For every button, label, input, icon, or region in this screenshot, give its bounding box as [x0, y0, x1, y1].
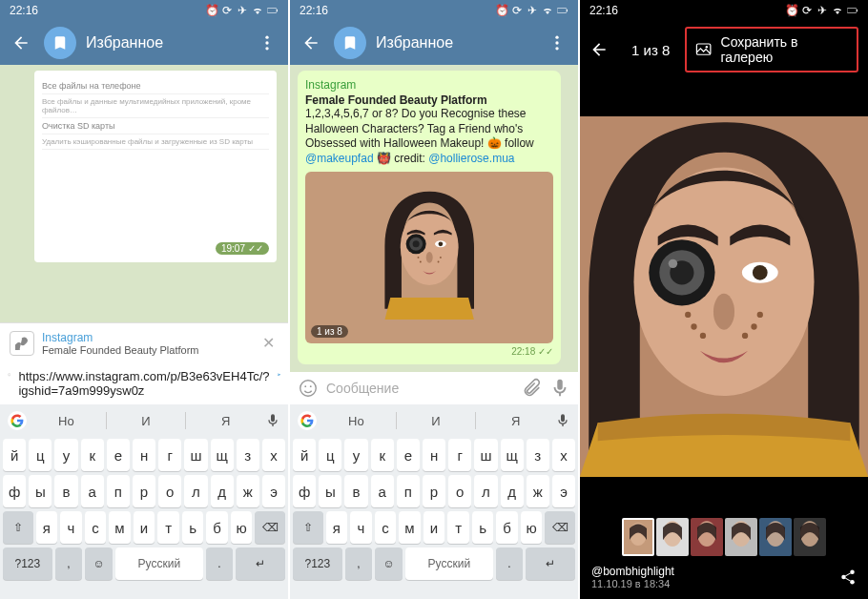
key-letter[interactable]: э: [552, 475, 575, 507]
key-letter[interactable]: п: [107, 475, 130, 507]
key-emoji[interactable]: ☺: [85, 547, 113, 580]
mic-icon[interactable]: [265, 413, 280, 428]
suggestion[interactable]: И: [114, 414, 178, 428]
thumbnail[interactable]: [759, 518, 792, 556]
mention-link[interactable]: @makeupfad: [305, 152, 374, 165]
key-letter[interactable]: у: [344, 439, 367, 471]
key-letter[interactable]: и: [134, 511, 155, 544]
saved-avatar[interactable]: [334, 27, 366, 59]
emoji-icon[interactable]: [8, 373, 10, 394]
suggestion[interactable]: И: [404, 414, 468, 428]
attach-icon[interactable]: [521, 378, 542, 399]
key-comma[interactable]: ,: [345, 547, 373, 580]
chat-title[interactable]: Избранное: [86, 34, 258, 52]
more-icon[interactable]: [548, 33, 567, 52]
key-letter[interactable]: ь: [182, 511, 204, 544]
save-to-gallery-button[interactable]: Сохранить в галерею: [685, 27, 858, 72]
key-letter[interactable]: к: [81, 439, 104, 471]
key-backspace[interactable]: ⌫: [255, 511, 285, 544]
key-letter[interactable]: а: [81, 475, 104, 507]
message-image[interactable]: 1 из 8: [305, 172, 553, 343]
key-letter[interactable]: е: [107, 439, 130, 471]
key-letter[interactable]: п: [397, 475, 420, 507]
key-letter[interactable]: и: [424, 511, 445, 544]
key-letter[interactable]: д: [501, 475, 524, 507]
key-letter[interactable]: б: [206, 511, 228, 544]
key-dot[interactable]: .: [496, 547, 524, 580]
key-letter[interactable]: б: [496, 511, 518, 544]
saved-avatar[interactable]: [44, 27, 76, 59]
key-letter[interactable]: с: [85, 511, 107, 544]
key-letter[interactable]: ш: [474, 439, 497, 471]
key-letter[interactable]: й: [3, 439, 26, 471]
send-icon[interactable]: [278, 373, 280, 394]
message-input[interactable]: https://www.instagram.com/p/B3e63vEH4Tc/…: [18, 369, 269, 399]
key-letter[interactable]: х: [262, 439, 285, 471]
emoji-icon[interactable]: [298, 378, 319, 399]
key-letter[interactable]: я: [36, 511, 58, 544]
key-letter[interactable]: ц: [319, 439, 341, 471]
key-letter[interactable]: ж: [237, 475, 259, 507]
key-letter[interactable]: ж: [527, 475, 549, 507]
key-comma[interactable]: ,: [55, 547, 83, 580]
key-shift[interactable]: ⇧: [3, 511, 33, 544]
thumbnail[interactable]: [794, 518, 826, 556]
key-letter[interactable]: м: [109, 511, 131, 544]
key-letter[interactable]: ь: [472, 511, 494, 544]
thumbnail[interactable]: [725, 518, 757, 556]
key-symbols[interactable]: ?123: [3, 547, 52, 580]
key-letter[interactable]: л: [474, 475, 497, 507]
message-screenshot-preview[interactable]: Все файлы на телефоне Все файлы и данные…: [34, 71, 277, 262]
key-backspace[interactable]: ⌫: [545, 511, 575, 544]
key-letter[interactable]: г: [448, 439, 471, 471]
author-handle[interactable]: @bombhighlight: [591, 565, 674, 578]
message-bubble[interactable]: Instagram Female Founded Beauty Platform…: [298, 71, 561, 364]
mention-link[interactable]: @hollierose.mua: [428, 152, 514, 165]
key-letter[interactable]: т: [447, 511, 469, 544]
key-letter[interactable]: у: [54, 439, 77, 471]
key-letter[interactable]: ы: [29, 475, 52, 507]
more-icon[interactable]: [258, 33, 277, 52]
key-space[interactable]: Русский: [405, 547, 493, 580]
key-letter[interactable]: щ: [501, 439, 524, 471]
key-letter[interactable]: о: [158, 475, 181, 507]
chat-body[interactable]: Instagram Female Founded Beauty Platform…: [290, 65, 578, 372]
suggestion[interactable]: Я: [484, 414, 548, 428]
key-letter[interactable]: д: [211, 475, 234, 507]
suggestion[interactable]: Я: [194, 414, 258, 428]
key-dot[interactable]: .: [206, 547, 234, 580]
key-letter[interactable]: ф: [3, 475, 26, 507]
key-letter[interactable]: г: [158, 439, 181, 471]
key-letter[interactable]: з: [237, 439, 259, 471]
message-input[interactable]: Сообщение: [326, 381, 513, 396]
google-icon[interactable]: [8, 411, 27, 430]
chat-title[interactable]: Избранное: [376, 34, 548, 52]
fullscreen-image[interactable]: [580, 116, 868, 477]
thumbnail[interactable]: [622, 518, 654, 556]
key-letter[interactable]: ы: [319, 475, 341, 507]
suggestion[interactable]: Но: [324, 414, 388, 428]
key-symbols[interactable]: ?123: [293, 547, 342, 580]
key-emoji[interactable]: ☺: [375, 547, 403, 580]
key-letter[interactable]: е: [397, 439, 420, 471]
key-letter[interactable]: р: [423, 475, 445, 507]
key-letter[interactable]: ц: [29, 439, 52, 471]
key-letter[interactable]: м: [399, 511, 421, 544]
suggestion[interactable]: Но: [34, 414, 98, 428]
mic-icon[interactable]: [549, 378, 570, 399]
key-shift[interactable]: ⇧: [293, 511, 323, 544]
chat-body[interactable]: Все файлы на телефоне Все файлы и данные…: [0, 65, 288, 322]
back-icon[interactable]: [589, 40, 609, 59]
key-letter[interactable]: я: [326, 511, 348, 544]
key-letter[interactable]: в: [344, 475, 367, 507]
key-letter[interactable]: т: [157, 511, 179, 544]
key-letter[interactable]: ю: [521, 511, 543, 544]
key-letter[interactable]: л: [184, 475, 207, 507]
key-letter[interactable]: в: [54, 475, 77, 507]
key-letter[interactable]: с: [375, 511, 397, 544]
share-icon[interactable]: [839, 568, 857, 586]
thumbnail[interactable]: [656, 518, 689, 556]
key-letter[interactable]: й: [293, 439, 316, 471]
back-icon[interactable]: [11, 33, 31, 52]
key-letter[interactable]: щ: [211, 439, 234, 471]
